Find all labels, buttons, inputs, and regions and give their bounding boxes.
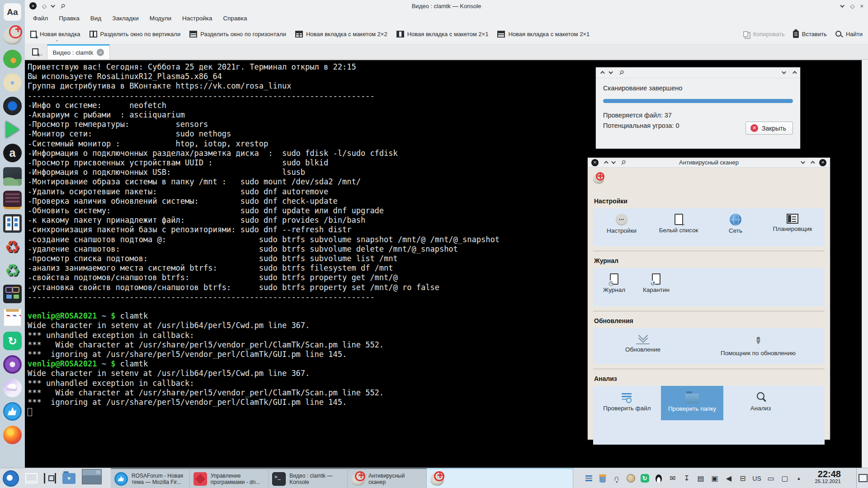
close-icon[interactable]: × [29, 2, 37, 9]
new-tab-button[interactable]: ⌄ [28, 44, 47, 59]
chevron-down-icon[interactable] [51, 3, 55, 8]
audio-mixer-icon[interactable] [584, 473, 593, 484]
recycle-green-icon[interactable]: ♻ [3, 261, 22, 280]
chevron-up-icon[interactable] [793, 71, 797, 75]
pin-icon[interactable]: ⚲ [59, 2, 66, 10]
clamtk-item-gear-dots[interactable]: Настройки [593, 208, 650, 234]
chevron-down-icon[interactable] [782, 70, 786, 74]
menu-Вид[interactable]: Вид [90, 15, 101, 22]
clamtk-item-pencil[interactable]: Помощник по обновлению [693, 328, 824, 357]
menu-Модули[interactable]: Модули [150, 15, 171, 22]
terminal-scrollbar[interactable] [862, 60, 868, 468]
folder-favorites-icon[interactable] [62, 473, 75, 484]
toolbar-right-1-paste[interactable]: Вставить [793, 31, 827, 38]
chevron-up-icon[interactable] [600, 71, 605, 75]
clamtk-item-doc-restore[interactable]: Карантин [635, 268, 677, 293]
bell-icon[interactable] [612, 473, 621, 484]
toolbar-left-3-grid22[interactable]: Новая вкладка с макетом 2×2 [295, 31, 387, 38]
show-desktop-button[interactable] [856, 468, 868, 488]
amarok-icon[interactable]: a [3, 144, 22, 162]
wheel-app-icon[interactable] [3, 97, 22, 115]
rosa-media-icon[interactable] [3, 50, 22, 68]
firefox-icon[interactable] [3, 426, 22, 444]
toolbar-right-0-copy[interactable]: Копировать [743, 31, 785, 38]
clamtk-icon[interactable] [3, 26, 22, 45]
font-tool-icon[interactable]: Aa [3, 3, 22, 21]
stats-app-icon[interactable] [3, 167, 22, 186]
pager-icon[interactable] [25, 473, 38, 483]
cascade-icon[interactable]: ▢ [780, 473, 789, 484]
toolbar-left-2-splith[interactable]: Разделить окно по горизонтали [189, 31, 286, 38]
toolbar-left-5-grid21h[interactable]: Новая вкладка с макетом 2×1 [497, 31, 590, 38]
dbgrid-app-icon[interactable] [3, 285, 22, 303]
filemanager-app-icon[interactable] [3, 214, 22, 233]
clamtk-item-doc-plus[interactable]: Белый список [650, 208, 707, 234]
tab-video-clamtk[interactable]: Видео : clamtk × [47, 44, 110, 59]
clamtk-item-globe[interactable]: Сеть [707, 208, 764, 234]
app-launcher-icon[interactable] [3, 470, 19, 487]
chevron-down-icon[interactable] [609, 70, 613, 74]
tablet-icon[interactable]: ▭ [766, 473, 775, 484]
close-icon[interactable]: × [860, 3, 863, 9]
image-lock-icon[interactable]: ▣ [710, 473, 719, 484]
pin-icon[interactable]: ⚲ [619, 159, 627, 167]
clamtk-item-magnifier[interactable]: Анализ [723, 386, 798, 420]
clipboard-icon[interactable]: ▤ [696, 473, 705, 484]
menu-Настройка[interactable]: Настройка [182, 15, 212, 22]
menu-Правка[interactable]: Правка [59, 15, 80, 22]
us-icon[interactable]: US [752, 473, 761, 484]
toolbar-left-1-splitv[interactable]: Разделить окно по вертикали [90, 31, 181, 38]
sync-icon[interactable] [640, 473, 649, 484]
menu-Справка[interactable]: Справка [223, 15, 247, 22]
pin-icon[interactable]: ⚲ [618, 69, 625, 77]
close-icon[interactable]: × [819, 159, 826, 166]
task-3-clamtk[interactable]: Антивирусныйсканер [348, 468, 427, 488]
close-button[interactable]: ✕ Закрыть [745, 122, 793, 135]
task-4-clamtk[interactable] [427, 468, 573, 488]
menu-Файл[interactable]: Файл [33, 15, 48, 22]
usb-icon[interactable]: ⊟ [738, 473, 747, 484]
konsole-titlebar[interactable]: × ◇ ⚲ Видео : clamtk — Konsole ◇ × [25, 0, 868, 12]
task-0-wolf[interactable]: ROSAForum - Новаятема — Mozilla Fir... [111, 468, 190, 488]
mask-icon[interactable] [626, 473, 635, 484]
arrow-icon[interactable]: ▲ [794, 473, 803, 484]
chevron-up-icon[interactable] [811, 161, 815, 165]
download-icon[interactable]: ↧ [682, 473, 691, 484]
penguin-icon[interactable] [654, 473, 663, 484]
tab-close-icon[interactable]: × [97, 49, 104, 56]
clamtk-titlebar[interactable]: × ⚲ Антивирусный сканер × [588, 158, 830, 168]
trash-icon[interactable] [598, 473, 607, 484]
menu-Закладки[interactable]: Закладки [112, 15, 138, 22]
calc-app-icon[interactable] [3, 191, 22, 209]
wolf-browser-icon[interactable] [3, 402, 22, 421]
chevron-down-icon[interactable] [840, 3, 845, 8]
close-icon[interactable]: × [591, 159, 599, 166]
clock[interactable]: 22:48 25.12.2021 [815, 469, 841, 484]
chevron-down-icon[interactable] [801, 160, 805, 164]
diamond-icon[interactable]: ◇ [42, 3, 47, 9]
window-thumbnail[interactable] [82, 469, 102, 484]
mail-icon[interactable]: ✉ [668, 473, 677, 484]
clamtk-item-doc-clock[interactable]: Журнал [593, 268, 635, 293]
recycle-red-icon[interactable]: ♻ [3, 238, 22, 256]
volume-icon[interactable]: ◀ [724, 473, 733, 484]
diamond-icon[interactable]: ◇ [850, 3, 854, 9]
clamtk-item-chevrons-down[interactable]: Обновление [593, 328, 693, 353]
player-green-icon[interactable] [3, 120, 22, 139]
toolbar-left-4-grid21v[interactable]: Новая вкладка с макетом 2×1 [396, 31, 489, 38]
chevron-up-icon[interactable] [604, 161, 609, 165]
task-2-konsole[interactable]: Видео : clamtk —Konsole [269, 468, 348, 488]
window-list-icon[interactable] [44, 473, 56, 483]
tor-browser-icon[interactable] [3, 355, 22, 374]
mail-organizer-icon[interactable] [3, 308, 22, 327]
dialog-titlebar[interactable]: ⚲ [596, 67, 800, 78]
task-1-dnfdragora[interactable]: Управлениепрограммами - dn... [190, 468, 269, 488]
chevron-down-icon[interactable] [611, 160, 616, 164]
clamtk-item-folder[interactable]: Проверить папку [661, 386, 723, 420]
sync-green-icon[interactable] [3, 332, 22, 350]
spiral-app-icon[interactable] [3, 73, 22, 92]
toolbar-right-2-find[interactable]: Найти [835, 30, 863, 38]
falcon-browser-icon[interactable] [3, 379, 22, 397]
toolbar-left-0-newtab[interactable]: Новая вкладка⌄ [30, 31, 80, 38]
clamtk-item-scheduler[interactable]: Планировщик [764, 208, 821, 232]
